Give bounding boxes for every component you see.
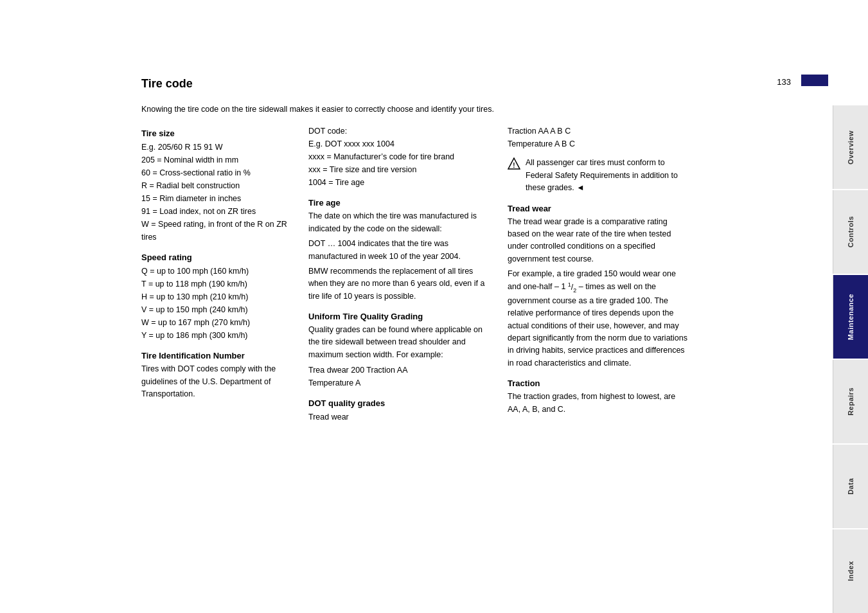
grades-line1: Traction AA A B C bbox=[508, 125, 687, 138]
speed-rating-item-4: W = up to 167 mph (270 km/h) bbox=[141, 316, 289, 329]
warning-icon: ! bbox=[508, 157, 520, 170]
tire-id-text: Tires with DOT codes comply with the gui… bbox=[141, 363, 289, 400]
traction-heading: Traction bbox=[508, 378, 687, 388]
sidebar-tab-index[interactable]: Index bbox=[833, 529, 868, 613]
sidebar-tab-repairs-label: Repairs bbox=[847, 387, 855, 416]
sidebar-tab-repairs[interactable]: Repairs bbox=[833, 360, 868, 443]
column-left: Tire size E.g. 205/60 R 15 91 W 205 = No… bbox=[141, 125, 289, 423]
page-number-bar bbox=[801, 75, 828, 86]
sidebar-tab-overview[interactable]: Overview bbox=[833, 105, 868, 189]
speed-rating-item-3: V = up to 150 mph (240 km/h) bbox=[141, 303, 289, 316]
grades-line2: Temperature A B C bbox=[508, 138, 687, 150]
page-number: 133 bbox=[777, 77, 791, 87]
sidebar-tab-controls[interactable]: Controls bbox=[833, 190, 868, 274]
uniform-grading-text: Quality grades can be found where applic… bbox=[308, 324, 488, 361]
dot-code-line1: xxxx = Manufacturer’s code for tire bran… bbox=[308, 150, 488, 163]
speed-rating-item-5: Y = up to 186 mph (300 km/h) bbox=[141, 329, 289, 342]
fraction: 1/2 bbox=[568, 283, 577, 292]
dot-code-line3: 1004 = Tire age bbox=[308, 176, 488, 189]
speed-rating-item-1: T = up to 118 mph (190 km/h) bbox=[141, 278, 289, 290]
intro-text: Knowing the tire code on the tire sidewa… bbox=[141, 103, 842, 116]
dot-code-label: DOT code: bbox=[308, 125, 488, 138]
dot-code-line2: xxx = Tire size and tire version bbox=[308, 163, 488, 176]
column-middle: DOT code: E.g. DOT xxxx xxx 1004 xxxx = … bbox=[308, 125, 488, 423]
tire-id-heading: Tire Identification Number bbox=[141, 351, 289, 360]
tire-size-item-5: 91 = Load index, not on ZR tires bbox=[141, 205, 289, 218]
speed-rating-item-2: H = up to 130 mph (210 km/h) bbox=[141, 290, 289, 303]
tire-age-text1: The date on which the tire was manufactu… bbox=[308, 210, 488, 235]
tire-size-heading: Tire size bbox=[141, 129, 289, 138]
uniform-grading-example2: Temperature A bbox=[308, 377, 488, 389]
tire-size-item-6: W = Speed rating, in front of the R on Z… bbox=[141, 218, 289, 244]
tire-size-example: E.g. 205/60 R 15 91 W bbox=[141, 141, 289, 154]
speed-rating-item-0: Q = up to 100 mph (160 km/h) bbox=[141, 265, 289, 278]
sidebar-tab-data-label: Data bbox=[847, 478, 855, 495]
tire-size-item-2: 60 = Cross-sectional ratio in % bbox=[141, 166, 289, 179]
sidebar-tab-maintenance[interactable]: Maintenance bbox=[833, 275, 868, 359]
sidebar-tab-overview-label: Overview bbox=[847, 130, 855, 164]
tire-size-item-4: 15 = Rim diameter in inches bbox=[141, 192, 289, 205]
back-marker: ◄ bbox=[574, 183, 585, 192]
tire-age-heading: Tire age bbox=[308, 198, 488, 208]
dot-code-example: E.g. DOT xxxx xxx 1004 bbox=[308, 138, 488, 150]
tread-wear-text1: The tread wear grade is a comparative ra… bbox=[508, 216, 687, 266]
tread-wear-text2: For example, a tire graded 150 would wea… bbox=[508, 268, 687, 369]
traction-text: The traction grades, from highest to low… bbox=[508, 391, 687, 416]
sidebar-tab-index-label: Index bbox=[847, 561, 855, 581]
tire-age-text3: BMW recommends the replacement of all ti… bbox=[308, 265, 488, 303]
column-right: Traction AA A B C Temperature A B C ! Al… bbox=[508, 125, 687, 423]
uniform-grading-heading: Uniform Tire Quality Grading bbox=[308, 312, 488, 321]
sidebar-tab-data[interactable]: Data bbox=[833, 445, 868, 528]
sidebar-tab-maintenance-label: Maintenance bbox=[847, 294, 855, 340]
svg-text:!: ! bbox=[513, 162, 515, 169]
dot-quality-heading: DOT quality grades bbox=[308, 398, 488, 408]
uniform-grading-example1: Trea dwear 200 Traction AA bbox=[308, 364, 488, 377]
tread-wear-heading: Tread wear bbox=[508, 204, 687, 213]
sidebar-nav: Overview Controls Maintenance Repairs Da… bbox=[833, 0, 868, 613]
tire-size-item-1: 205 = Nominal width in mm bbox=[141, 154, 289, 166]
dot-quality-text: Tread wear bbox=[308, 411, 488, 423]
speed-rating-heading: Speed rating bbox=[141, 253, 289, 262]
tire-size-item-3: R = Radial belt construction bbox=[141, 179, 289, 192]
page-title: Tire code bbox=[141, 77, 842, 91]
warning-text: All passenger car tires must conform to … bbox=[526, 157, 687, 194]
sidebar-tab-controls-label: Controls bbox=[847, 216, 855, 247]
tire-age-text2: DOT … 1004 indicates that the tire was m… bbox=[308, 238, 488, 263]
warning-box: ! All passenger car tires must conform t… bbox=[508, 157, 687, 194]
